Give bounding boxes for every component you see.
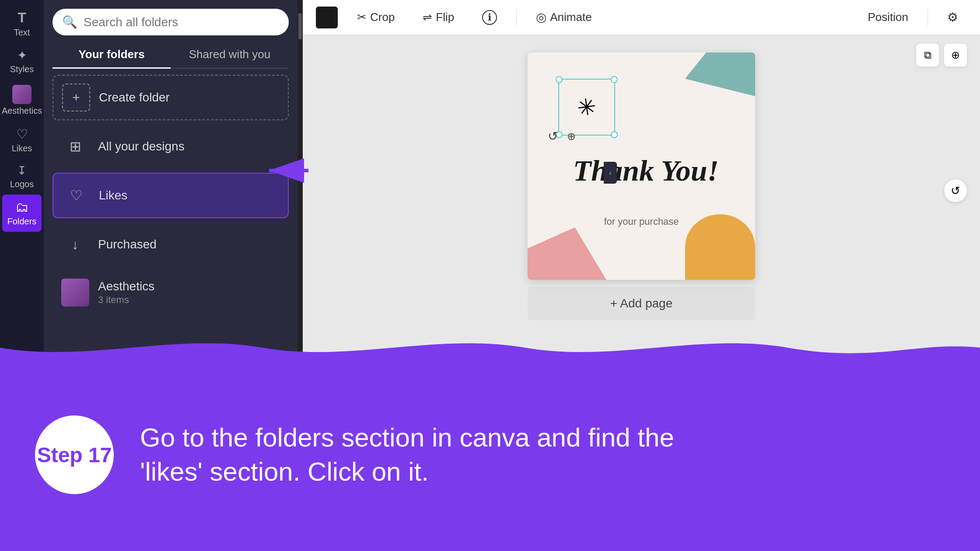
all-designs-icon: ⊞: [61, 133, 89, 160]
sidebar: T Text ✦ Styles Aesthetics ♡ Likes ↧ Log…: [0, 0, 44, 359]
canvas-card[interactable]: ✳ ↺ ⊕ Thank You! for your purchase: [528, 52, 755, 280]
styles-icon: ✦: [17, 48, 27, 63]
tabs-row: Your folders Shared with you: [52, 42, 289, 69]
sliders-icon: ⚙: [947, 10, 958, 24]
canvas-controls: ⧉ ⊕: [916, 44, 967, 66]
all-designs-item[interactable]: ⊞ All your designs: [52, 125, 289, 168]
likes-item[interactable]: ♡ Likes: [52, 173, 289, 218]
color-swatch[interactable]: [316, 7, 338, 28]
corner-handle-br[interactable]: [611, 131, 618, 138]
step-description: Go to the folders section in canva and f…: [140, 421, 945, 489]
step-circle: Step 17: [35, 415, 114, 494]
sidebar-item-folders[interactable]: 🗂 Folders: [2, 195, 42, 232]
sidebar-item-likes[interactable]: ♡ Likes: [2, 121, 42, 159]
crop-button[interactable]: ✂ Crop: [348, 7, 403, 28]
search-input[interactable]: [84, 15, 279, 29]
top-toolbar: ✂ Crop ⇌ Flip ℹ ◎ Animate Position ⚙: [303, 0, 980, 35]
crop-label: Crop: [370, 10, 395, 24]
thank-you-text: Thank You!: [573, 153, 719, 188]
flip-button[interactable]: ⇌ Flip: [414, 7, 463, 28]
aesthetics-thumbnail: [61, 279, 89, 307]
tab-shared-with-you[interactable]: Shared with you: [171, 42, 289, 68]
canvas-area: ✂ Crop ⇌ Flip ℹ ◎ Animate Position ⚙: [303, 0, 980, 359]
folder-text: All your designs: [98, 139, 185, 153]
folder-name: Create folder: [99, 91, 170, 105]
flip-icon: ⇌: [423, 10, 432, 24]
folder-text: Aesthetics 3 items: [98, 279, 154, 306]
step-label: Step 17: [37, 443, 112, 467]
selection-box: ✳: [558, 79, 615, 136]
aesthetics-item[interactable]: Aesthetics 3 items: [52, 271, 289, 314]
folder-name: All your designs: [98, 139, 185, 153]
sidebar-item-logos[interactable]: ↧ Logos: [2, 159, 42, 195]
search-box[interactable]: 🔍: [52, 9, 289, 35]
sidebar-item-label: Aesthetics: [2, 106, 42, 116]
tab-your-folders[interactable]: Your folders: [52, 42, 171, 69]
sidebar-item-styles[interactable]: ✦ Styles: [2, 43, 42, 80]
more-options-button[interactable]: ⚙: [938, 7, 967, 28]
sidebar-item-label: Styles: [10, 64, 34, 74]
crop-icon: ✂: [357, 10, 367, 24]
sidebar-item-label: Likes: [12, 143, 32, 153]
folder-text: Likes: [99, 188, 127, 202]
wave-shape: [0, 332, 980, 363]
aesthetics-thumbnail: [12, 85, 32, 104]
folder-text: Create folder: [99, 91, 170, 105]
collapse-panel-button[interactable]: ‹: [604, 162, 617, 184]
text-icon: T: [18, 10, 26, 26]
folder-icon: 🗂: [15, 200, 28, 215]
create-folder-item[interactable]: + Create folder: [52, 75, 289, 120]
folder-count: 3 items: [98, 294, 154, 306]
folder-name: Aesthetics: [98, 279, 154, 293]
canvas-rotate-button[interactable]: ↺: [944, 179, 967, 202]
sidebar-item-label: Folders: [7, 216, 37, 227]
scrollbar-thumb: [298, 13, 302, 39]
copy-button[interactable]: ⧉: [916, 44, 939, 66]
info-button[interactable]: ℹ: [473, 7, 506, 28]
animate-label: Animate: [550, 10, 592, 24]
divider: [516, 9, 517, 26]
animate-button[interactable]: ◎ Animate: [527, 7, 600, 28]
sidebar-item-text[interactable]: T Text: [2, 4, 42, 43]
folder-text: Purchased: [98, 237, 157, 251]
info-icon: ℹ: [482, 10, 497, 25]
folders-panel: 🔍 Your folders Shared with you + Create …: [44, 0, 298, 359]
bottom-section: Step 17 Go to the folders section in can…: [0, 359, 980, 551]
position-button[interactable]: Position: [859, 7, 917, 28]
teal-shape: [685, 52, 755, 96]
scrollbar[interactable]: [298, 0, 303, 359]
folder-name: Likes: [99, 188, 127, 202]
folder-list: + Create folder ⊞ All your designs ♡: [52, 75, 289, 314]
purchased-item[interactable]: ↓ Purchased: [52, 223, 289, 266]
search-icon: 🔍: [62, 15, 77, 29]
sidebar-item-aesthetics[interactable]: Aesthetics: [2, 80, 42, 121]
add-page-button[interactable]: + Add page: [528, 287, 755, 320]
logos-icon: ↧: [17, 164, 27, 178]
subtitle-text: for your purchase: [528, 216, 755, 227]
divider2: [928, 9, 928, 26]
animate-icon: ◎: [536, 10, 546, 24]
heart-icon: ♡: [16, 126, 28, 142]
folder-name: Purchased: [98, 237, 157, 251]
purchased-icon: ↓: [61, 230, 89, 258]
create-folder-icon: +: [62, 84, 90, 112]
flip-label: Flip: [436, 10, 454, 24]
pink-shape: [528, 227, 606, 280]
likes-folder-icon: ♡: [62, 181, 90, 209]
snowflake-element: ✳: [556, 76, 618, 138]
add-canvas-button[interactable]: ⊕: [944, 44, 967, 66]
sidebar-item-label: Logos: [10, 179, 34, 189]
canvas-card-container: ✳ ↺ ⊕ Thank You! for your purchase + Add…: [528, 52, 755, 320]
move-handle[interactable]: ⊕: [567, 130, 576, 143]
corner-handle-tl[interactable]: [556, 76, 563, 83]
corner-handle-tr[interactable]: [611, 76, 618, 83]
sidebar-item-label: Text: [14, 28, 30, 38]
rotate-handle[interactable]: ↺: [548, 129, 558, 143]
